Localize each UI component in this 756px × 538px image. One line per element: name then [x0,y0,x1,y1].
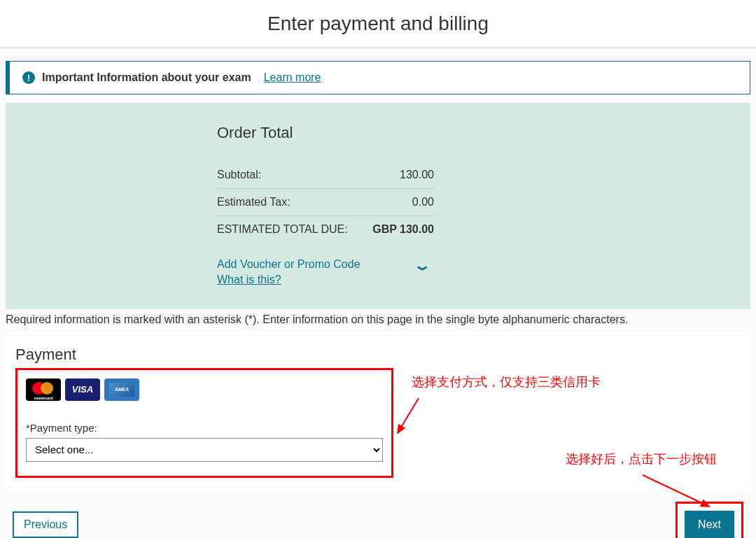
svg-line-1 [643,475,709,507]
annotation-highlight-payment: mastercard VISA AMEX *Payment type: Sele… [15,368,393,478]
card-logos: mastercard VISA AMEX [26,378,383,401]
total-value: GBP 130.00 [371,223,434,236]
required-note: Required information is marked with an a… [6,313,750,326]
previous-button[interactable]: Previous [13,511,78,538]
payment-section-title: Payment [15,346,741,364]
what-is-this-link[interactable]: What is this? [217,272,281,288]
order-total-box: Order Total Subtotal: 130.00 Estimated T… [6,103,750,309]
page-title: Enter payment and billing [0,13,756,35]
subtotal-value: 130.00 [371,169,434,181]
payment-type-select[interactable]: Select one... [26,438,383,462]
visa-icon: VISA [65,378,100,401]
next-button[interactable]: Next [685,511,734,538]
info-alert: ! Important Information about your exam … [6,61,750,94]
learn-more-link[interactable]: Learn more [264,71,321,84]
annotation-text-1: 选择支付方式，仅支持三类信用卡 [412,374,601,390]
info-icon: ! [22,71,35,84]
annotation-arrow-2-icon [636,472,720,514]
promo-row: Add Voucher or Promo Code What is this? … [217,257,539,288]
annotation-text-2: 选择好后，点击下一步按钮 [566,451,717,467]
page-header: Enter payment and billing [0,0,756,48]
order-total-row: ESTIMATED TOTAL DUE: GBP 130.00 [217,216,539,243]
add-voucher-link[interactable]: Add Voucher or Promo Code [217,258,360,270]
order-subtotal-row: Subtotal: 130.00 [217,162,539,188]
alert-text: Important Information about your exam [42,71,251,84]
total-label: ESTIMATED TOTAL DUE: [217,223,371,236]
tax-label: Estimated Tax: [217,196,371,208]
chevron-down-icon[interactable]: ⌄ [412,257,431,274]
order-tax-row: Estimated Tax: 0.00 [217,189,539,215]
order-title: Order Total [217,124,539,142]
svg-line-0 [398,398,419,433]
mastercard-icon: mastercard [26,378,61,401]
payment-panel: Payment mastercard VISA AMEX *Payment ty… [6,332,750,492]
payment-type-label: *Payment type: [26,422,383,434]
annotation-arrow-1-icon [394,395,422,444]
tax-value: 0.00 [371,196,434,208]
amex-icon: AMEX [104,378,139,401]
subtotal-label: Subtotal: [217,169,371,181]
